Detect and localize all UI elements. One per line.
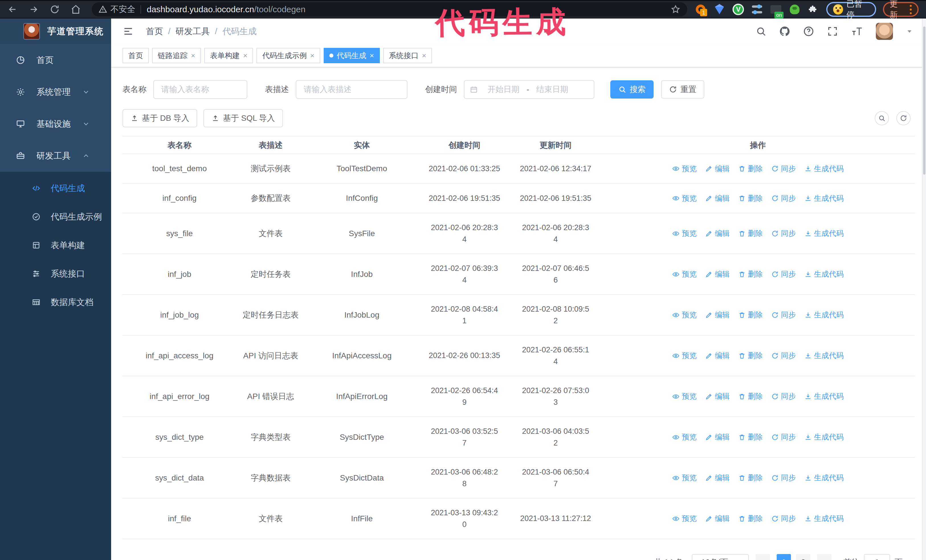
start-date-input[interactable] (482, 85, 525, 94)
row-action-edit[interactable]: 编辑 (705, 513, 730, 524)
end-date-input[interactable] (531, 85, 573, 94)
row-action-edit[interactable]: 编辑 (705, 193, 730, 204)
search-button[interactable]: 搜索 (610, 80, 654, 98)
extension-gem-icon[interactable] (713, 3, 725, 16)
column-header-2[interactable]: 实体 (305, 136, 419, 154)
row-action-download[interactable]: 生成代码 (804, 432, 844, 443)
sidebar-subitem-3[interactable]: 系统接口 (0, 260, 111, 288)
row-action-eye[interactable]: 预览 (672, 228, 697, 239)
sidebar-subitem-2[interactable]: 表单构建 (0, 231, 111, 260)
header-search-icon[interactable] (756, 26, 766, 37)
tab-close-icon[interactable]: × (422, 51, 426, 60)
sidebar-item-1[interactable]: 系统管理 (0, 76, 111, 108)
next-page-button[interactable]: > (817, 554, 831, 560)
sidebar-subitem-0[interactable]: 代码生成 (0, 174, 111, 202)
tab-close-icon[interactable]: × (191, 51, 195, 60)
tab-1[interactable]: 链路追踪× (152, 48, 201, 63)
row-action-eye[interactable]: 预览 (672, 163, 697, 174)
row-action-eye[interactable]: 预览 (672, 309, 697, 320)
profile-paused-badge[interactable]: 已暂停 (826, 2, 876, 17)
address-bar[interactable]: 不安全 dashboard.yudao.iocoder.cn /tool/cod… (92, 2, 687, 17)
row-action-delete[interactable]: 删除 (738, 513, 763, 524)
date-range-picker[interactable]: - (464, 80, 595, 99)
sidebar-subitem-1[interactable]: 代码生成示例 (0, 202, 111, 231)
tab-2[interactable]: 表单构建× (204, 48, 253, 63)
row-action-eye[interactable]: 预览 (672, 472, 697, 483)
tab-close-icon[interactable]: × (243, 51, 247, 60)
row-action-sync[interactable]: 同步 (771, 269, 796, 280)
row-action-edit[interactable]: 编辑 (705, 228, 730, 239)
reset-button[interactable]: 重置 (661, 80, 704, 98)
row-action-sync[interactable]: 同步 (771, 193, 796, 204)
row-action-sync[interactable]: 同步 (771, 309, 796, 320)
breadcrumb-tools[interactable]: 研发工具 (176, 26, 210, 37)
extension-green-bot-icon[interactable] (789, 3, 800, 16)
extension-v-icon[interactable]: V (732, 3, 744, 16)
table-desc-input[interactable] (296, 80, 407, 99)
tab-0[interactable]: 首页 (123, 48, 149, 63)
row-action-eye[interactable]: 预览 (672, 513, 697, 524)
row-action-download[interactable]: 生成代码 (804, 163, 844, 174)
row-action-delete[interactable]: 删除 (738, 228, 763, 239)
row-action-download[interactable]: 生成代码 (804, 269, 844, 280)
sidebar-subitem-4[interactable]: 数据库文档 (0, 288, 111, 317)
app-logo-row[interactable]: 芋道管理系统 (0, 18, 111, 44)
row-action-delete[interactable]: 删除 (738, 193, 763, 204)
font-size-icon[interactable] (851, 26, 863, 37)
show-search-circle-button[interactable] (875, 111, 889, 125)
browser-menu-icon[interactable] (910, 5, 912, 14)
row-action-edit[interactable]: 编辑 (705, 472, 730, 483)
row-action-sync[interactable]: 同步 (771, 472, 796, 483)
column-header-3[interactable]: 创建时间 (419, 136, 510, 154)
browser-home-icon[interactable] (71, 4, 81, 15)
browser-forward-icon[interactable] (29, 4, 39, 15)
row-action-eye[interactable]: 预览 (672, 193, 697, 204)
row-action-delete[interactable]: 删除 (738, 432, 763, 443)
row-action-sync[interactable]: 同步 (771, 350, 796, 361)
help-icon[interactable] (803, 26, 814, 37)
column-header-5[interactable]: 操作 (601, 136, 915, 154)
row-action-edit[interactable]: 编辑 (705, 350, 730, 361)
row-action-delete[interactable]: 删除 (738, 472, 763, 483)
row-action-edit[interactable]: 编辑 (705, 163, 730, 174)
page-button-2[interactable]: 2 (796, 554, 810, 560)
page-size-select[interactable]: 10条/页 (692, 554, 749, 560)
row-action-sync[interactable]: 同步 (771, 391, 796, 402)
row-action-download[interactable]: 生成代码 (804, 350, 844, 361)
refresh-circle-button[interactable] (896, 111, 911, 125)
row-action-download[interactable]: 生成代码 (804, 309, 844, 320)
browser-reload-icon[interactable] (50, 4, 60, 15)
row-action-delete[interactable]: 删除 (738, 163, 763, 174)
github-icon[interactable] (779, 26, 790, 37)
page-scrollbar[interactable] (922, 18, 926, 560)
row-action-sync[interactable]: 同步 (771, 163, 796, 174)
extension-server-icon[interactable]: on (770, 3, 782, 16)
tab-4[interactable]: 代码生成× (324, 48, 380, 63)
extensions-puzzle-icon[interactable] (808, 3, 819, 16)
row-action-edit[interactable]: 编辑 (705, 309, 730, 320)
row-action-download[interactable]: 生成代码 (804, 228, 844, 239)
row-action-download[interactable]: 生成代码 (804, 391, 844, 402)
row-action-delete[interactable]: 删除 (738, 309, 763, 320)
extension-orange-icon[interactable]: 1 (694, 3, 707, 16)
sidebar-item-3[interactable]: 研发工具 (0, 140, 111, 172)
table-name-input[interactable] (153, 80, 247, 99)
row-action-sync[interactable]: 同步 (771, 228, 796, 239)
hamburger-icon[interactable] (123, 26, 134, 37)
row-action-download[interactable]: 生成代码 (804, 193, 844, 204)
import-db-button[interactable]: 基于 DB 导入 (123, 109, 197, 127)
extension-sliders-icon[interactable] (751, 3, 763, 16)
row-action-sync[interactable]: 同步 (771, 513, 796, 524)
column-header-0[interactable]: 表名称 (123, 136, 236, 154)
tab-close-icon[interactable]: × (370, 51, 374, 60)
prev-page-button[interactable]: < (756, 554, 770, 560)
browser-update-badge[interactable]: 更新 (883, 2, 918, 17)
row-action-delete[interactable]: 删除 (738, 391, 763, 402)
row-action-download[interactable]: 生成代码 (804, 472, 844, 483)
row-action-download[interactable]: 生成代码 (804, 513, 844, 524)
row-action-sync[interactable]: 同步 (771, 432, 796, 443)
column-header-4[interactable]: 更新时间 (510, 136, 601, 154)
tab-3[interactable]: 代码生成示例× (256, 48, 320, 63)
avatar-caret-down-icon[interactable] (905, 27, 914, 35)
row-action-eye[interactable]: 预览 (672, 269, 697, 280)
